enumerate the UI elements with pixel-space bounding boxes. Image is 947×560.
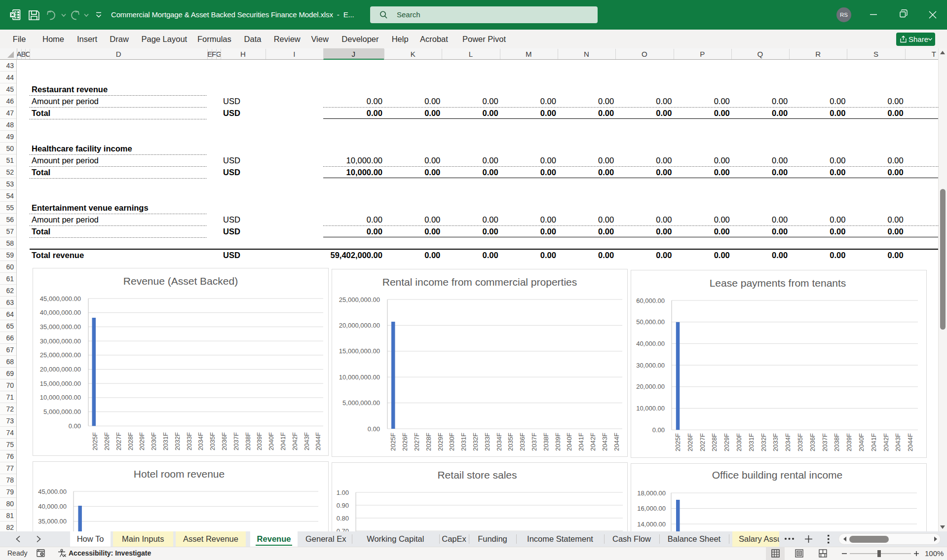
svg-text:Retail store sales: Retail store sales: [437, 469, 517, 481]
svg-text:2040F: 2040F: [267, 432, 275, 450]
svg-text:10,000.00: 10,000.00: [636, 405, 665, 412]
svg-text:2037F: 2037F: [821, 433, 829, 451]
svg-text:2041F: 2041F: [279, 432, 287, 450]
svg-text:10,000,000.00: 10,000,000.00: [40, 394, 81, 401]
svg-text:5,000,000.00: 5,000,000.00: [43, 408, 81, 415]
svg-text:2042F: 2042F: [882, 433, 890, 451]
svg-text:2032F: 2032F: [760, 433, 767, 451]
svg-text:2026F: 2026F: [103, 432, 111, 450]
svg-text:15,000,000.00: 15,000,000.00: [339, 347, 380, 355]
svg-text:2034F: 2034F: [197, 432, 204, 450]
svg-text:2035F: 2035F: [507, 433, 514, 451]
svg-text:25,000,000.00: 25,000,000.00: [339, 296, 380, 303]
svg-text:20,000,000.00: 20,000,000.00: [339, 322, 380, 329]
svg-text:60,000.00: 60,000.00: [636, 297, 665, 304]
svg-text:2039F: 2039F: [845, 433, 853, 451]
svg-text:2043F: 2043F: [601, 433, 608, 451]
svg-text:1.00: 1.00: [337, 489, 349, 496]
svg-text:Rental income from commercial: Rental income from commercial properties: [382, 276, 577, 288]
svg-text:2035F: 2035F: [209, 432, 216, 450]
svg-text:2041F: 2041F: [577, 433, 585, 451]
svg-text:45,000.00: 45,000.00: [38, 488, 67, 495]
svg-text:2028F: 2028F: [127, 432, 134, 450]
svg-text:2037F: 2037F: [232, 432, 240, 450]
svg-text:45,000,000.00: 45,000,000.00: [40, 295, 81, 302]
svg-text:2027F: 2027F: [699, 433, 706, 451]
svg-text:2038F: 2038F: [542, 433, 550, 451]
svg-text:2038F: 2038F: [833, 433, 840, 451]
svg-text:40,000.00: 40,000.00: [636, 340, 665, 347]
svg-text:50,000.00: 50,000.00: [636, 318, 665, 326]
svg-text:2044F: 2044F: [613, 433, 620, 451]
svg-text:0.80: 0.80: [337, 515, 349, 522]
svg-text:2026F: 2026F: [401, 433, 409, 451]
svg-text:2043F: 2043F: [303, 432, 310, 450]
svg-text:2033F: 2033F: [772, 433, 779, 451]
svg-text:2029F: 2029F: [437, 433, 444, 451]
svg-text:2034F: 2034F: [495, 433, 503, 451]
svg-text:2034F: 2034F: [784, 433, 792, 451]
svg-text:2030F: 2030F: [448, 433, 455, 451]
svg-text:2044F: 2044F: [907, 433, 914, 451]
svg-text:Lease payments from tenants: Lease payments from tenants: [710, 277, 846, 289]
svg-text:2040F: 2040F: [566, 433, 573, 451]
svg-text:16,000.00: 16,000.00: [637, 505, 666, 512]
svg-text:14,000.00: 14,000.00: [637, 521, 666, 528]
svg-text:2031F: 2031F: [460, 433, 467, 451]
svg-text:0.00: 0.00: [652, 426, 665, 434]
svg-text:2039F: 2039F: [554, 433, 562, 451]
svg-text:30,000,000.00: 30,000,000.00: [40, 337, 81, 345]
svg-text:2026F: 2026F: [686, 433, 694, 451]
svg-text:2044F: 2044F: [314, 432, 322, 450]
svg-text:2037F: 2037F: [530, 433, 538, 451]
svg-text:2028F: 2028F: [425, 433, 432, 451]
svg-text:0.00: 0.00: [368, 425, 380, 433]
svg-text:5,000,000.00: 5,000,000.00: [342, 399, 380, 407]
svg-text:2031F: 2031F: [162, 432, 169, 450]
svg-text:2030F: 2030F: [735, 433, 743, 451]
svg-text:40,000.00: 40,000.00: [38, 503, 67, 510]
svg-text:10,000,000.00: 10,000,000.00: [339, 373, 380, 381]
svg-text:0.90: 0.90: [337, 502, 349, 509]
svg-text:2032F: 2032F: [174, 432, 181, 450]
svg-text:30,000.00: 30,000.00: [636, 362, 665, 369]
svg-text:2027F: 2027F: [115, 432, 122, 450]
svg-text:2027F: 2027F: [413, 433, 420, 451]
svg-text:2025F: 2025F: [91, 432, 99, 450]
svg-text:2043F: 2043F: [894, 433, 902, 451]
svg-text:2029F: 2029F: [138, 432, 146, 450]
svg-text:2039F: 2039F: [256, 432, 263, 450]
svg-text:2030F: 2030F: [150, 432, 157, 450]
svg-text:2040F: 2040F: [858, 433, 865, 451]
svg-text:2041F: 2041F: [870, 433, 877, 451]
svg-text:2042F: 2042F: [291, 432, 299, 450]
svg-text:2029F: 2029F: [723, 433, 730, 451]
svg-text:2035F: 2035F: [796, 433, 804, 451]
svg-text:Revenue (Asset Backed): Revenue (Asset Backed): [123, 275, 238, 287]
svg-text:Hotel room revenue: Hotel room revenue: [134, 468, 225, 480]
svg-text:2033F: 2033F: [186, 432, 193, 450]
svg-text:20,000.00: 20,000.00: [636, 383, 665, 390]
svg-text:25,000,000.00: 25,000,000.00: [40, 351, 81, 359]
svg-text:2025F: 2025F: [674, 433, 682, 451]
svg-text:0.00: 0.00: [69, 422, 81, 430]
svg-text:40,000,000.00: 40,000,000.00: [40, 309, 81, 316]
svg-text:2028F: 2028F: [711, 433, 718, 451]
svg-text:15,000,000.00: 15,000,000.00: [40, 380, 81, 387]
svg-text:35,000.00: 35,000.00: [38, 518, 67, 525]
svg-text:35,000,000.00: 35,000,000.00: [40, 323, 81, 331]
svg-text:2036F: 2036F: [221, 432, 228, 450]
svg-text:2032F: 2032F: [472, 433, 479, 451]
svg-text:2033F: 2033F: [484, 433, 491, 451]
svg-text:2025F: 2025F: [389, 433, 397, 451]
svg-text:2038F: 2038F: [244, 432, 252, 450]
svg-text:2031F: 2031F: [748, 433, 755, 451]
svg-text:2036F: 2036F: [519, 433, 526, 451]
svg-text:2042F: 2042F: [589, 433, 597, 451]
svg-text:0.70: 0.70: [337, 527, 349, 532]
svg-text:2036F: 2036F: [809, 433, 816, 451]
svg-text:18,000.00: 18,000.00: [637, 489, 666, 497]
svg-text:20,000,000.00: 20,000,000.00: [40, 366, 81, 373]
svg-text:Office building rental income: Office building rental income: [712, 469, 843, 481]
